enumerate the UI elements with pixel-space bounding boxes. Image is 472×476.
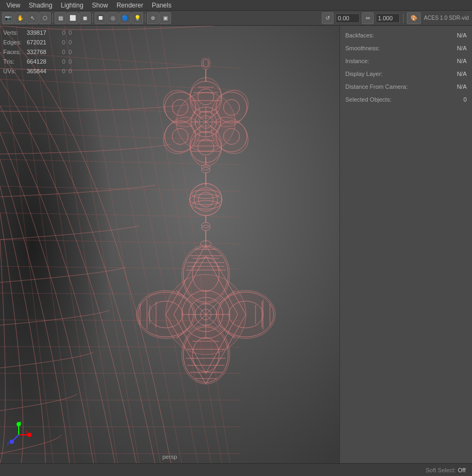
distance-row: Distance From Camera: N/A: [345, 81, 467, 92]
display-layer-val: N/A: [457, 71, 467, 77]
info-panel: Backfaces: N/A Smoothness: N/A Instance:…: [339, 26, 472, 463]
menu-lighting[interactable]: Lighting: [57, 1, 88, 10]
tris-col3: 0: [68, 57, 72, 66]
sep3: [145, 13, 145, 23]
faces-col3: 0: [68, 47, 72, 57]
soft-select-label: Soft Select:: [425, 467, 455, 473]
toolbar-rotate-btn[interactable]: ↺: [322, 12, 334, 24]
toolbar-lasso-btn[interactable]: ⬡: [39, 12, 51, 24]
edges-value: 672021: [27, 37, 59, 47]
smoothness-row: Smoothness: N/A: [345, 43, 467, 53]
tris-row: Tris: 664128 0 0: [3, 57, 72, 66]
menubar: View Shading Lighting Show Renderer Pane…: [0, 0, 472, 11]
sep4: [403, 13, 404, 23]
menu-view[interactable]: View: [2, 1, 25, 10]
tris-label: Tris:: [3, 57, 24, 66]
svg-point-29: [202, 58, 210, 70]
svg-text:Z: Z: [7, 442, 10, 446]
backfaces-row: Backfaces: N/A: [345, 30, 467, 41]
smoothness-val: N/A: [457, 45, 467, 51]
toolbar-move-btn[interactable]: ✋: [14, 12, 26, 24]
edges-col3: 0: [68, 37, 72, 47]
instance-val: N/A: [457, 58, 467, 64]
svg-point-135: [27, 433, 32, 437]
toolbar-xray-btn[interactable]: ◎: [107, 12, 119, 24]
instance-row: Instance: N/A: [345, 56, 467, 66]
toolbar-camera-btn[interactable]: 📷: [2, 12, 14, 24]
soft-select-value: Off: [458, 467, 466, 473]
menu-show[interactable]: Show: [88, 1, 112, 10]
transform-value-input[interactable]: [336, 13, 360, 23]
toolbar: 📷 ✋ ↖ ⬡ ▦ ⬜ ◼ 🔲 ◎ 🔵 💡 ⊕ ▣ ↺ ⇔ 🎨 ACES 1.0…: [0, 11, 472, 26]
toolbar-snap-btn[interactable]: 🔲: [95, 12, 106, 24]
selected-val: 0: [463, 96, 467, 103]
tris-value: 664128: [27, 57, 59, 66]
display-layer-row: Display Layer: N/A: [345, 68, 467, 79]
verts-row: Verts: 339817 0 0: [3, 28, 72, 37]
faces-row: Faces: 332768 0 0: [3, 47, 72, 57]
verts-label: Verts:: [3, 28, 24, 37]
tris-col2: 0: [62, 57, 65, 66]
uvs-value: 365844: [27, 66, 59, 76]
faces-value: 332768: [27, 47, 59, 57]
uvs-label: UVs:: [3, 66, 24, 76]
faces-label: Faces:: [3, 47, 24, 57]
sep2: [92, 13, 93, 23]
svg-text:Y: Y: [19, 421, 22, 425]
uvs-row: UVs: 365844 0 0: [3, 66, 72, 76]
viewport-container: .wire { stroke: #f08888; stroke-width: 0…: [0, 26, 472, 463]
soft-select-item: Soft Select: Off: [425, 467, 466, 473]
viewport-gizmo: X Y Z: [5, 421, 32, 448]
toolbar-orient-btn[interactable]: ⊕: [147, 12, 159, 24]
toolbar-light-btn[interactable]: 💡: [131, 12, 143, 24]
uvs-col3: 0: [68, 66, 72, 76]
backfaces-val: N/A: [457, 32, 467, 39]
camera-label: persp: [163, 454, 177, 460]
color-mode-label: ACES 1.0 SDR-vid: [423, 15, 470, 21]
viewport[interactable]: .wire { stroke: #f08888; stroke-width: 0…: [0, 26, 339, 463]
uvs-col2: 0: [62, 66, 65, 76]
sep1: [52, 13, 53, 23]
edges-col2: 0: [62, 37, 65, 47]
edges-label: Edges:: [3, 37, 24, 47]
toolbar-wire-btn[interactable]: ⬜: [67, 12, 79, 24]
toolbar-left-group: 📷 ✋ ↖ ⬡ ▦ ⬜ ◼ 🔲 ◎ 🔵 💡 ⊕ ▣: [2, 12, 171, 24]
instance-key: Instance:: [345, 58, 369, 64]
toolbar-smooth-btn[interactable]: ◼: [79, 12, 91, 24]
toolbar-color-icon[interactable]: 🎨: [407, 12, 421, 24]
toolbar-select-btn[interactable]: ↖: [27, 12, 38, 24]
menu-shading[interactable]: Shading: [25, 1, 57, 10]
backfaces-key: Backfaces:: [345, 32, 374, 39]
svg-text:X: X: [25, 430, 28, 434]
selected-row: Selected Objects: 0: [345, 94, 467, 105]
toolbar-grid-btn[interactable]: ▣: [159, 12, 171, 24]
jewelry-wireframe: .wire { stroke: #f08888; stroke-width: 0…: [123, 58, 294, 463]
verts-col2: 0: [62, 28, 65, 37]
toolbar-shading-btn[interactable]: 🔵: [119, 12, 131, 24]
svg-point-137: [10, 440, 14, 444]
distance-key: Distance From Camera:: [345, 83, 408, 90]
faces-col2: 0: [62, 47, 65, 57]
toolbar-display-btn[interactable]: ▦: [55, 12, 66, 24]
display-layer-key: Display Layer:: [345, 71, 383, 77]
scale-value-input[interactable]: [376, 13, 400, 23]
selected-key: Selected Objects:: [345, 96, 391, 103]
smoothness-key: Smoothness:: [345, 45, 380, 51]
menu-panels[interactable]: Panels: [148, 1, 176, 10]
toolbar-scale-icon[interactable]: ⇔: [362, 12, 374, 24]
statusbar: Soft Select: Off: [0, 463, 472, 476]
menu-renderer[interactable]: Renderer: [112, 1, 148, 10]
distance-val: N/A: [457, 83, 467, 90]
edges-row: Edges: 672021 0 0: [3, 37, 72, 47]
verts-col3: 0: [68, 28, 72, 37]
verts-value: 339817: [27, 28, 59, 37]
viewport-stats: Verts: 339817 0 0 Edges: 672021 0 0 Face…: [3, 28, 72, 76]
